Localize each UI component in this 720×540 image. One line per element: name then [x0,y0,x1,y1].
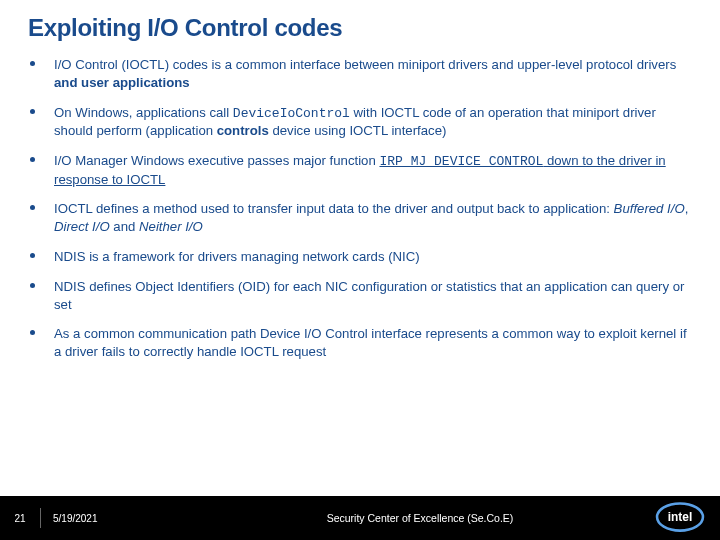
bullet-icon [30,253,35,258]
slide: Exploiting I/O Control codes I/O Control… [0,0,720,540]
slide-title: Exploiting I/O Control codes [28,14,342,42]
intel-logo: intel [654,500,706,534]
text-run: Neither I/O [139,219,203,234]
list-item: I/O Manager Windows executive passes maj… [28,152,696,188]
text-run: I/O Manager Windows executive passes maj… [54,153,379,168]
text-run: IOCTL defines a method used to transfer … [54,201,614,216]
text-run: Direct I/O [54,219,110,234]
text-run: NDIS is a framework for drivers managing… [54,249,420,264]
list-item: I/O Control (IOCTL) codes is a common in… [28,56,696,92]
text-run: and user applications [54,75,190,90]
list-item: IOCTL defines a method used to transfer … [28,200,696,236]
bullet-icon [30,61,35,66]
footer-center-text: Security Center of Excellence (Se.Co.E) [0,512,720,524]
list-item: As a common communication path Device I/… [28,325,696,361]
footer-date: 5/19/2021 [53,513,98,524]
text-run: NDIS defines Object Identifiers (OID) fo… [54,279,684,312]
list-item: NDIS is a framework for drivers managing… [28,248,696,266]
text-run: , [685,201,689,216]
text-run: IRP_MJ_DEVICE_CONTROL [379,154,543,169]
page-number: 21 [0,513,40,524]
bullet-icon [30,283,35,288]
text-run: On Windows, applications call [54,105,233,120]
bullet-icon [30,330,35,335]
bullet-icon [30,109,35,114]
bullet-icon [30,157,35,162]
text-run: I/O Control (IOCTL) codes is a common in… [54,57,676,72]
list-item: On Windows, applications call DeviceIoCo… [28,104,696,140]
footer-divider [40,508,41,528]
text-run: Buffered I/O [614,201,685,216]
bullet-list: I/O Control (IOCTL) codes is a common in… [28,56,696,361]
logo-text: intel [668,510,692,524]
slide-content: I/O Control (IOCTL) codes is a common in… [28,56,696,373]
text-run: As a common communication path Device I/… [54,326,687,359]
text-run: controls [217,123,269,138]
footer-bar: 21 5/19/2021 Security Center of Excellen… [0,496,720,540]
text-run: DeviceIoControl [233,106,350,121]
text-run: and [110,219,139,234]
text-run: device using IOCTL interface) [269,123,447,138]
list-item: NDIS defines Object Identifiers (OID) fo… [28,278,696,314]
bullet-icon [30,205,35,210]
